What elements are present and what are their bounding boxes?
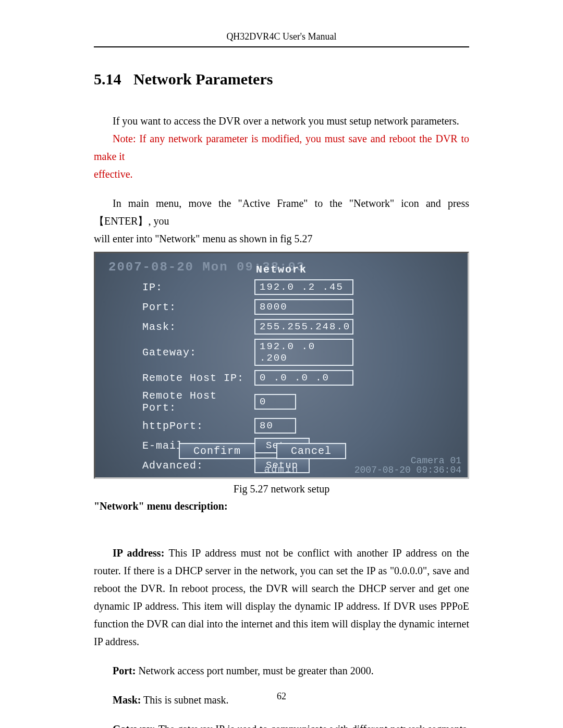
- dvr-button-row: Confirm Cancel: [179, 443, 346, 459]
- dvr-row-mask: Mask: 255.255.248.0: [142, 319, 447, 335]
- desc-port-text: Network access port number, must be grea…: [136, 665, 373, 676]
- intro-block: If you want to access the DVR over a net…: [94, 112, 469, 183]
- manual-page: QH32DVR4C User's Manual 5.14 Network Par…: [0, 0, 563, 728]
- dvr-menu-title: Network: [95, 264, 468, 276]
- dvr-input-mask[interactable]: 255.255.248.0: [254, 319, 353, 335]
- desc-ip-bold: IP address:: [113, 547, 164, 559]
- section-heading: 5.14 Network Parameters: [94, 70, 469, 88]
- dvr-row-remote-ip: Remote Host IP: 0 .0 .0 .0: [142, 370, 447, 386]
- dvr-row-httpport: httpPort: 80: [142, 418, 447, 434]
- section-title-text: Network Parameters: [133, 70, 273, 88]
- dvr-cancel-button[interactable]: Cancel: [276, 443, 346, 459]
- dvr-network-menu: 2007-08-20 Mon 09:38:03 Network IP: 192.…: [94, 252, 469, 479]
- dvr-label-gateway: Gateway:: [142, 347, 254, 359]
- desc-ip-text: This IP address must not be conflict wit…: [94, 547, 469, 647]
- nav-line-1: In main menu, move the "Active Frame" to…: [94, 194, 469, 230]
- intro-line-1: If you want to access the DVR over a net…: [94, 112, 469, 130]
- dvr-row-ip: IP: 192.0 .2 .45: [142, 279, 447, 295]
- note-line-2: effective.: [94, 165, 469, 183]
- dvr-row-gateway: Gateway: 192.0 .0 .200: [142, 339, 447, 366]
- dvr-label-remote-ip: Remote Host IP:: [142, 372, 254, 384]
- dvr-row-remote-port: Remote Host Port: 0: [142, 390, 447, 414]
- dvr-admin-label: admin: [95, 464, 468, 475]
- dvr-label-mask: Mask:: [142, 321, 254, 333]
- page-number: 62: [0, 691, 563, 702]
- figure-caption: Fig 5.27 network setup: [94, 483, 469, 495]
- dvr-label-httpport: httpPort:: [142, 420, 254, 432]
- running-header: QH32DVR4C User's Manual: [94, 31, 469, 47]
- desc-port: Port: Network access port number, must b…: [94, 662, 469, 680]
- note-line-1: Note: If any network parameter is modifi…: [94, 130, 469, 165]
- dvr-input-httpport[interactable]: 80: [254, 418, 296, 434]
- dvr-input-gateway[interactable]: 192.0 .0 .200: [254, 339, 353, 366]
- desc-ip: IP address: This IP address must not be …: [94, 544, 469, 650]
- dvr-input-ip[interactable]: 192.0 .2 .45: [254, 279, 353, 295]
- dvr-input-remote-port[interactable]: 0: [254, 394, 296, 410]
- dvr-label-port: Port:: [142, 301, 254, 313]
- desc-gw-bold: Gateway:: [113, 723, 155, 728]
- section-number: 5.14: [94, 70, 121, 88]
- dvr-label-ip: IP:: [142, 281, 254, 293]
- nav-block: In main menu, move the "Active Frame" to…: [94, 194, 469, 248]
- desc-port-bold: Port:: [113, 665, 136, 676]
- dvr-row-port: Port: 8000: [142, 299, 447, 315]
- dvr-input-remote-ip[interactable]: 0 .0 .0 .0: [254, 370, 353, 386]
- dvr-input-port[interactable]: 8000: [254, 299, 353, 315]
- desc-gateway: Gateway: The gateway IP is used to commu…: [94, 720, 469, 728]
- dvr-confirm-button[interactable]: Confirm: [179, 443, 255, 459]
- desc-heading: "Network" menu description:: [94, 500, 228, 512]
- dvr-label-remote-port: Remote Host Port:: [142, 390, 254, 414]
- nav-line-2: will enter into "Network" menu as shown …: [94, 230, 469, 248]
